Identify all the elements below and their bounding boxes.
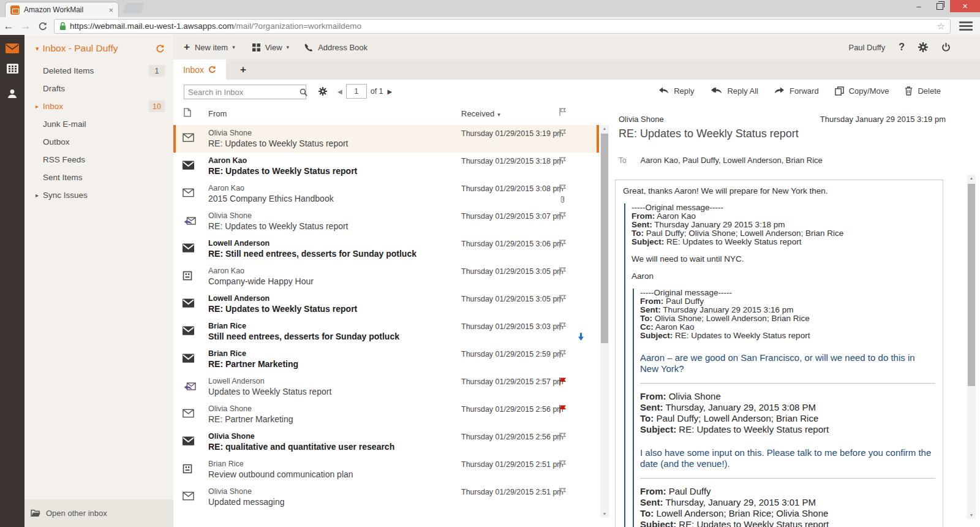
follow-up-flag-icon[interactable] <box>559 184 567 193</box>
help-icon[interactable]: ? <box>899 42 905 53</box>
sidebar-folder-item[interactable]: ▸ Outbox <box>24 133 173 151</box>
follow-up-flag-icon[interactable] <box>559 239 567 248</box>
refresh-folders-icon[interactable] <box>156 44 165 53</box>
search-settings-gear-icon[interactable] <box>318 87 327 96</box>
next-page-icon[interactable]: ▶ <box>388 88 393 95</box>
list-scrollbar[interactable]: ▲ ▼ <box>600 125 609 518</box>
column-received[interactable]: Received▾ <box>461 109 500 118</box>
sidebar-folder-item[interactable]: ▸ RSS Feeds <box>24 151 173 169</box>
email-list-item[interactable]: Olivia Shone RE: Partner Marketing Thurs… <box>173 401 599 428</box>
message-divider <box>640 383 935 384</box>
logout-power-icon[interactable] <box>941 43 951 52</box>
follow-up-flag-icon[interactable] <box>559 322 567 331</box>
email-list-item[interactable]: Aaron Kao RE: Updates to Weekly Status r… <box>173 153 599 180</box>
sidebar-folder-item[interactable]: ▸ Inbox 10 <box>24 97 173 115</box>
calendar-icon[interactable] <box>6 63 19 75</box>
email-list-item[interactable]: Aaron Kao 2015 Company Ethics Handbook T… <box>173 180 599 208</box>
sidebar-folder-item[interactable]: ▸ Sent Items <box>24 169 173 186</box>
follow-up-flag-icon[interactable] <box>559 211 567 221</box>
follow-up-flag-icon[interactable] <box>559 377 567 386</box>
read-mail-icon <box>183 188 194 197</box>
tab-close-icon[interactable]: × <box>108 6 113 15</box>
new-item-button[interactable]: + New item ▾ <box>184 41 235 53</box>
email-list-item[interactable]: Lowell Anderson RE: Still need entrees, … <box>173 235 599 263</box>
scroll-down-icon[interactable]: ▼ <box>600 510 609 518</box>
forward-button[interactable]: → <box>17 20 34 32</box>
sidebar-folder-item[interactable]: ▸ Drafts <box>24 80 173 97</box>
follow-up-flag-icon[interactable] <box>559 267 567 276</box>
email-list-item[interactable]: Olivia Shone RE: qualitative and quantit… <box>173 428 599 456</box>
follow-up-flag-icon[interactable] <box>559 487 567 496</box>
mailbox-header[interactable]: ▾ Inbox - Paul Duffy <box>36 42 165 55</box>
email-list: Olivia Shone RE: Updates to Weekly Statu… <box>173 125 599 511</box>
email-list-item[interactable]: Aaron Kao Company-wide Happy Hour Thursd… <box>173 263 599 290</box>
reading-scrollbar[interactable]: ▲ ▼ <box>967 175 976 519</box>
follow-up-flag-icon[interactable] <box>559 156 567 165</box>
reload-button[interactable] <box>34 21 51 31</box>
contacts-icon[interactable] <box>6 88 19 100</box>
close-button[interactable]: × <box>950 0 980 12</box>
reply-button[interactable]: Reply <box>658 86 694 96</box>
search-icon[interactable] <box>300 88 307 96</box>
minimize-button[interactable]: – <box>908 0 929 12</box>
email-received-date: Thursday 01/29/2015 3:03 pm <box>461 322 564 331</box>
reading-scrollbar-thumb[interactable] <box>968 184 975 386</box>
item-type-column-icon[interactable] <box>184 108 191 117</box>
browser-tab[interactable]: Amazon WorkMail × <box>5 2 119 17</box>
email-list-item[interactable]: Olivia Shone Updated messaging Thursday … <box>173 483 599 511</box>
quote-header-line: Subject: RE: Updates to Weekly Status re… <box>640 424 935 435</box>
collapse-triangle-icon[interactable]: ▾ <box>36 45 39 53</box>
sidebar-folder-item[interactable]: ▸ Deleted Items 1 <box>24 62 173 80</box>
reply-all-button[interactable]: Reply All <box>710 86 758 96</box>
prev-page-icon[interactable]: ◀ <box>337 88 342 95</box>
email-list-item[interactable]: Olivia Shone RE: Updates to Weekly Statu… <box>173 125 599 153</box>
mail-icon[interactable] <box>6 42 19 55</box>
follow-up-flag-icon[interactable] <box>559 432 567 441</box>
search-box[interactable] <box>184 85 306 99</box>
search-input[interactable] <box>184 88 300 97</box>
email-list-item[interactable]: Brian Rice RE: Partner Marketing Thursda… <box>173 346 599 373</box>
follow-up-flag-icon[interactable] <box>559 294 567 303</box>
email-list-item[interactable]: Lowell Anderson Updates to Weekly Status… <box>173 373 599 401</box>
back-button[interactable]: ← <box>0 20 17 32</box>
folder-label: Sync Issues <box>43 191 165 200</box>
restore-button[interactable] <box>929 0 950 12</box>
email-list-item[interactable]: Brian Rice Still need entrees, desserts … <box>173 318 599 346</box>
folder-expand-icon[interactable]: ▸ <box>36 192 39 199</box>
copy-move-button[interactable]: Copy/Move <box>835 86 889 96</box>
settings-gear-icon[interactable] <box>918 42 928 52</box>
open-other-inbox-button[interactable]: Open other inbox <box>24 499 173 527</box>
bookmark-star-icon[interactable]: ☆ <box>937 21 945 32</box>
list-scrollbar-thumb[interactable] <box>601 134 608 343</box>
folder-label: Drafts <box>43 84 165 93</box>
email-list-item[interactable]: Lowell Anderson RE: Updates to Weekly St… <box>173 290 599 318</box>
sidebar-folder-item[interactable]: ▸ Junk E-mail <box>24 115 173 133</box>
scroll-up-icon[interactable]: ▲ <box>600 125 609 132</box>
scroll-up-icon[interactable]: ▲ <box>967 175 976 182</box>
refresh-tab-icon[interactable] <box>208 66 216 74</box>
scroll-down-icon[interactable]: ▼ <box>967 512 976 519</box>
email-sender: Lowell Anderson <box>208 377 265 385</box>
email-list-item[interactable]: Olivia Shone RE: Updates to Weekly Statu… <box>173 208 599 235</box>
view-caret-icon: ▾ <box>287 44 290 50</box>
current-user-label[interactable]: Paul Duffy <box>848 43 885 52</box>
follow-up-flag-icon[interactable] <box>559 129 567 138</box>
follow-up-flag-icon[interactable] <box>559 349 567 358</box>
add-tab-button[interactable]: + <box>235 59 252 80</box>
forward-button[interactable]: Forward <box>774 86 819 96</box>
delete-button[interactable]: Delete <box>905 86 941 96</box>
address-book-button[interactable]: Address Book <box>304 43 368 52</box>
sidebar-folder-item[interactable]: ▸ Sync Issues <box>24 186 173 204</box>
follow-up-flag-icon[interactable] <box>559 404 567 414</box>
view-button[interactable]: View ▾ <box>252 43 289 52</box>
tab-inbox[interactable]: Inbox <box>173 59 226 80</box>
new-tab-button[interactable] <box>123 3 145 13</box>
column-flag-icon[interactable] <box>559 107 567 116</box>
page-number-input[interactable] <box>346 84 367 99</box>
email-list-item[interactable]: Brian Rice Review outbound communication… <box>173 456 599 483</box>
column-from[interactable]: From <box>208 109 227 118</box>
browser-menu-icon[interactable] <box>957 20 975 32</box>
folder-expand-icon[interactable]: ▸ <box>36 103 39 110</box>
url-bar[interactable]: https://webmail.mail.eu-west-1.awsapps.c… <box>54 19 951 34</box>
follow-up-flag-icon[interactable] <box>559 460 567 469</box>
